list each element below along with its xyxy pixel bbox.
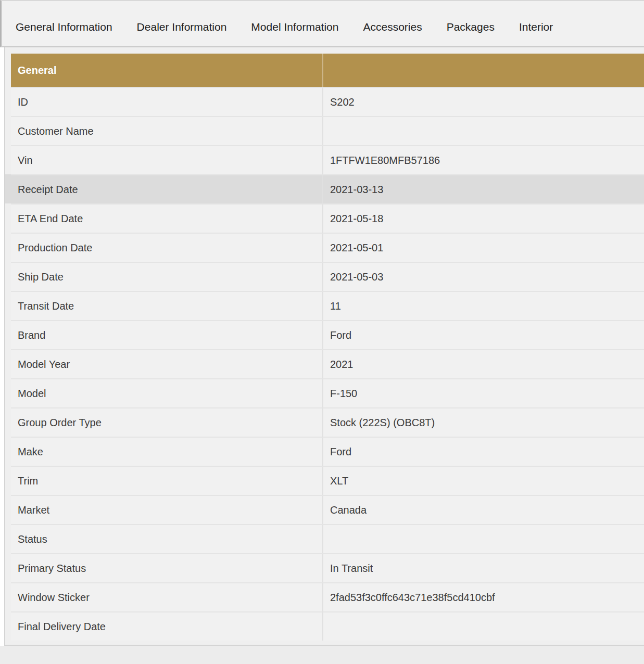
row-label: Production Date [11,234,322,262]
table-row-brand: Brand Ford [11,320,644,349]
table-row-eta-end-date: ETA End Date 2021-05-18 [11,203,644,233]
row-label: ETA End Date [11,205,322,233]
tab-accessories[interactable]: Accessories [363,21,422,33]
row-label: Make [11,438,322,466]
section-header-general: General [11,54,322,87]
bottom-margin [0,646,644,664]
section-header-row: General [11,54,644,87]
content-area: General ID S202 Customer Name Vin 1FTFW1… [0,47,644,646]
table-row-vin: Vin 1FTFW1E80MFB57186 [11,145,644,174]
tab-general-information[interactable]: General Information [16,21,112,33]
tab-interior[interactable]: Interior [519,21,553,33]
row-value: Stock (222S) (OBC8T) [322,408,644,437]
row-value: 2021 [322,350,644,378]
table-row-model: Model F-150 [11,378,644,407]
row-value: Ford [322,321,644,349]
table-row-id: ID S202 [11,87,644,116]
row-value: XLT [322,467,644,495]
row-value [322,612,644,641]
row-label: Model Year [11,350,322,378]
row-label: Transit Date [11,292,322,320]
row-value [322,525,644,553]
row-label: Model [11,379,322,407]
row-label: Vin [11,146,322,174]
table-row-group-order-type: Group Order Type Stock (222S) (OBC8T) [11,407,644,437]
tab-packages[interactable]: Packages [447,21,495,33]
row-label: ID [11,88,322,116]
row-label: Brand [11,321,322,349]
row-label: Market [11,496,322,524]
tab-bar: General Information Dealer Information M… [0,0,644,47]
row-label: Customer Name [11,117,322,145]
row-value: 2021-03-13 [322,175,644,203]
table-row-receipt-date[interactable]: Receipt Date 2021-03-13 [11,174,644,203]
section-header-spacer [322,54,644,87]
row-value: F-150 [322,379,644,407]
row-label: Status [11,525,322,553]
row-value: In Transit [322,554,644,582]
table-row-status: Status [11,524,644,553]
table-row-customer-name: Customer Name [11,116,644,145]
table-row-make: Make Ford [11,437,644,466]
table-row-model-year: Model Year 2021 [11,349,644,378]
left-gutter [0,47,4,646]
general-info-table: General ID S202 Customer Name Vin 1FTFW1… [11,54,644,641]
row-value: 1FTFW1E80MFB57186 [322,146,644,174]
row-value: 11 [322,292,644,320]
table-row-primary-status: Primary Status In Transit [11,553,644,582]
row-label: Group Order Type [11,408,322,437]
table-row-final-delivery-date: Final Delivery Date [11,611,644,641]
table-row-ship-date: Ship Date 2021-05-03 [11,262,644,291]
table-row-market: Market Canada [11,495,644,524]
row-value: 2fad53f3c0ffc643c71e38f5cd410cbf [322,583,644,611]
row-value: 2021-05-18 [322,205,644,233]
row-value: Ford [322,438,644,466]
row-value [322,117,644,145]
details-panel: General ID S202 Customer Name Vin 1FTFW1… [4,47,644,646]
tab-model-information[interactable]: Model Information [251,21,338,33]
row-label: Window Sticker [11,583,322,611]
row-label: Trim [11,467,322,495]
row-value: S202 [322,88,644,116]
row-label: Final Delivery Date [11,612,322,641]
row-label: Primary Status [11,554,322,582]
row-label: Receipt Date [11,175,322,203]
table-row-trim: Trim XLT [11,466,644,495]
table-row-window-sticker: Window Sticker 2fad53f3c0ffc643c71e38f5c… [11,582,644,611]
row-value: 2021-05-03 [322,263,644,291]
row-value: Canada [322,496,644,524]
table-row-production-date: Production Date 2021-05-01 [11,233,644,262]
tab-dealer-information[interactable]: Dealer Information [137,21,227,33]
table-row-transit-date: Transit Date 11 [11,291,644,320]
row-label: Ship Date [11,263,322,291]
row-value: 2021-05-01 [322,234,644,262]
